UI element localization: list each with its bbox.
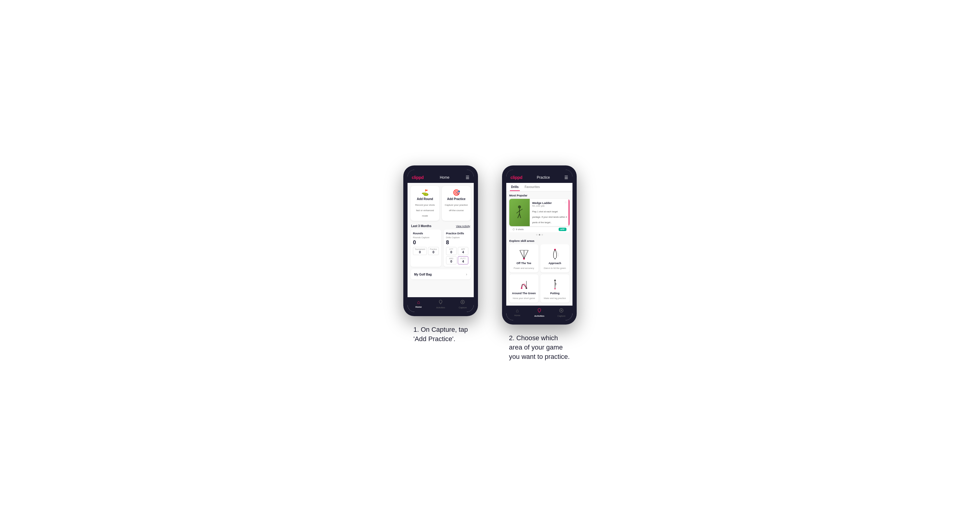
app-header-1: clippd Home ☰ [407,173,474,183]
phone1-section: clippd Home ☰ ⛳ Add Round Record your sh… [403,165,478,344]
svg-line-8 [520,214,521,218]
practice-value: 0 [430,250,437,254]
add-practice-title: Add Practice [444,197,468,201]
ott-desc: Power and accuracy [514,267,534,270]
atg-desc: Hone your short game [512,297,535,300]
nav-activities-1[interactable]: Activities [430,300,452,309]
approach-desc: Dial-in to hit the green [544,267,566,270]
drills-stat-box: Practice Drills Drills Capture 8 OTT 0 A… [444,230,471,267]
capture-nav-label-2: Capture [557,314,566,317]
add-round-subtitle: Record your shots fast or enhanced mode [415,204,435,217]
atg-visual [512,277,536,290]
nav-capture-1[interactable]: Capture [452,300,474,309]
featured-footer: ⏱ 9 shots APP [509,226,570,232]
page-container: clippd Home ☰ ⛳ Add Round Record your sh… [403,165,577,361]
svg-line-7 [518,214,520,218]
app-label: APP [460,248,466,250]
carousel-dots [509,232,570,237]
hamburger-icon-1[interactable]: ☰ [466,175,469,179]
tournament-cell: Tournament 0 [413,247,427,255]
putt-label: PUTT [460,257,466,260]
skill-grid: Off The Tee Power and accuracy [509,244,570,303]
tournament-label: Tournament [415,248,425,250]
nav-home-1[interactable]: ⌂ Home [407,300,430,309]
caption-2: 2. Choose which area of your game you wa… [509,333,570,361]
ott-visual [512,247,536,260]
svg-point-15 [554,258,555,259]
home-nav-label-2: Home [514,314,520,317]
star-icon[interactable]: ☆ [564,201,567,204]
drills-capture-label: Drills Capture [446,236,468,239]
activities-nav-label-2: Activities [534,314,544,317]
practice-title-header: Practice [537,175,550,179]
flag-icon: ⛳ [413,189,437,196]
explore-title: Explore skill areas [509,239,570,243]
rounds-stat-grid: Tournament 0 Practice 0 [413,247,439,255]
dot-3 [541,234,543,235]
svg-point-3 [518,205,521,208]
tab-favourites[interactable]: Favourites [523,185,541,191]
home-icon-1: ⌂ [417,300,420,305]
putting-name: Putting [542,292,567,295]
approach-visual [542,247,567,260]
target-icon: 🎯 [444,189,468,196]
nav-capture-2[interactable]: Capture [550,308,573,317]
stats-container: Rounds Rounds Capture 0 Tournament 0 Pra… [407,230,474,269]
atg-name: Around The Green [512,292,536,295]
nav-activities-2[interactable]: Activities [528,308,550,317]
svg-line-11 [524,250,528,259]
featured-image [509,199,530,226]
activities-icon-2 [537,308,542,314]
last3months-title: Last 3 Months [411,224,431,228]
svg-line-10 [520,250,524,259]
featured-title: Wedge Ladder [532,201,567,205]
ott-label: OTT [448,248,455,250]
tab-drills[interactable]: Drills [510,185,520,191]
bottom-nav-2: ⌂ Home Activities [506,306,573,321]
home-screen-content: ⛳ Add Round Record your shots fast or en… [407,183,474,297]
home-icon-2: ⌂ [516,308,519,313]
approach-name: Approach [542,262,567,265]
skill-card-atg[interactable]: Around The Green Hone your short game [509,274,538,303]
home-nav-label-1: Home [415,306,422,308]
capture-nav-label-1: Capture [459,306,467,309]
drills-title: Practice Drills [446,232,468,235]
skill-card-approach[interactable]: Approach Dial-in to hit the green [540,244,570,273]
add-round-card[interactable]: ⛳ Add Round Record your shots fast or en… [410,186,439,221]
explore-section: Explore skill areas [506,238,573,305]
clippd-logo-2: clippd [511,175,522,180]
view-activity-link[interactable]: View Activity [456,225,470,228]
arg-label: ARG [448,257,455,260]
capture-icon-1 [460,300,465,306]
app-cell: APP 4 [458,247,468,255]
red-bar [568,199,570,226]
bottom-nav-1: ⌂ Home Activities [407,297,474,312]
rounds-title: Rounds [413,232,439,235]
svg-line-6 [520,209,522,211]
shots-count: ⏱ 9 shots [512,228,524,231]
practice-label: Practice [430,248,437,250]
featured-card[interactable]: ☆ Wedge Ladder 50–100 yds Play 1 shot at… [509,199,570,226]
skill-card-putting[interactable]: Putting Make and lag practice [540,274,570,303]
phone1-screen: clippd Home ☰ ⛳ Add Round Record your sh… [407,170,474,312]
hamburger-icon-2[interactable]: ☰ [564,175,568,179]
putt-value: 4 [460,260,466,263]
putting-visual [542,277,567,290]
ott-cell: OTT 0 [446,247,457,255]
tournament-value: 0 [415,250,425,254]
add-practice-subtitle: Capture your practice off-the-course [445,204,468,212]
phone2-section: clippd Practice ☰ Drills Favourites Most… [502,165,577,361]
skill-card-off-the-tee[interactable]: Off The Tee Power and accuracy [509,244,538,273]
add-practice-card[interactable]: 🎯 Add Practice Capture your practice off… [442,186,471,221]
clippd-logo-1: clippd [412,175,423,180]
status-bar-1 [407,170,474,173]
home-title: Home [440,175,449,179]
my-golf-bag-row[interactable]: My Golf Bag › [410,269,471,279]
featured-info: ☆ Wedge Ladder 50–100 yds Play 1 shot at… [530,199,570,226]
activities-nav-label-1: Activities [436,306,445,309]
svg-line-5 [517,211,520,213]
rounds-capture-label: Rounds Capture [413,236,439,239]
nav-home-2[interactable]: ⌂ Home [506,308,528,317]
app-value: 4 [460,250,466,254]
add-round-title: Add Round [413,197,437,201]
